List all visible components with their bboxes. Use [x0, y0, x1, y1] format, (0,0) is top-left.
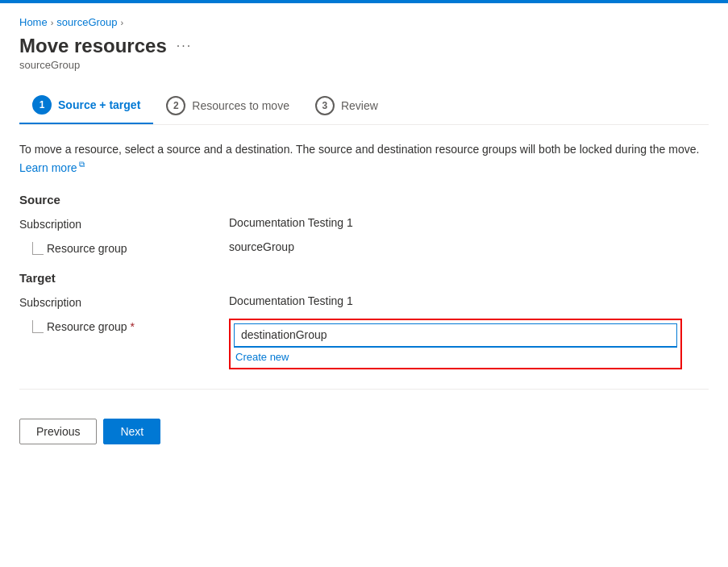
- main-content: Home › sourceGroup › Move resources ··· …: [0, 3, 728, 467]
- target-subscription-row: Subscription Documentation Testing 1: [19, 294, 709, 309]
- learn-more-link[interactable]: Learn more⧉: [19, 161, 85, 174]
- breadcrumb-home[interactable]: Home: [19, 16, 48, 28]
- tab-3-label: Review: [341, 99, 378, 112]
- tab-1-circle: 1: [32, 95, 52, 115]
- page-header: Move resources ···: [19, 35, 709, 57]
- breadcrumb-source-group[interactable]: sourceGroup: [56, 16, 117, 28]
- wizard-tabs: 1 Source + target 2 Resources to move 3 …: [19, 87, 709, 125]
- source-resource-group-value: sourceGroup: [229, 240, 294, 253]
- source-subscription-label: Subscription: [19, 216, 229, 231]
- page-subtitle: sourceGroup: [19, 59, 709, 71]
- target-resource-group-input-wrapper: Create new ⌄: [229, 319, 682, 369]
- tab-resources-to-move[interactable]: 2 Resources to move: [153, 88, 302, 123]
- target-resource-group-label: Resource group *: [47, 320, 135, 333]
- source-resource-group-label-wrapper: Resource group: [19, 240, 229, 255]
- tab-3-circle: 3: [315, 96, 335, 115]
- previous-button[interactable]: Previous: [19, 419, 97, 444]
- target-subscription-label: Subscription: [19, 294, 229, 309]
- source-section-title: Source: [19, 193, 709, 206]
- indent-corner-source: [32, 242, 44, 255]
- external-link-icon: ⧉: [79, 160, 85, 169]
- footer-divider: [19, 389, 709, 390]
- required-asterisk: *: [131, 320, 135, 333]
- tab-review[interactable]: 3 Review: [302, 88, 391, 123]
- tab-2-circle: 2: [166, 96, 185, 115]
- chevron-icon-1: ›: [51, 18, 54, 27]
- info-description: To move a resource, select a source and …: [19, 143, 699, 156]
- target-section-title: Target: [19, 271, 709, 285]
- highlighted-dropdown-box: Create new: [229, 319, 682, 369]
- breadcrumb: Home › sourceGroup ›: [19, 16, 709, 28]
- source-subscription-row: Subscription Documentation Testing 1: [19, 216, 709, 231]
- indent-corner-target: [32, 320, 44, 333]
- tab-source-target[interactable]: 1 Source + target: [19, 87, 153, 124]
- chevron-icon-2: ›: [121, 18, 124, 27]
- resource-group-dropdown-container: [234, 323, 677, 348]
- tab-1-label: Source + target: [58, 98, 140, 111]
- create-new-link[interactable]: Create new: [234, 348, 677, 365]
- next-button[interactable]: Next: [103, 419, 160, 444]
- footer-buttons: Previous Next: [19, 409, 709, 454]
- tab-2-label: Resources to move: [192, 99, 289, 112]
- target-resource-group-label-wrapper: Resource group *: [19, 319, 229, 333]
- info-text: To move a resource, select a source and …: [19, 141, 709, 177]
- source-subscription-value: Documentation Testing 1: [229, 216, 353, 229]
- page-title: Move resources: [19, 35, 167, 57]
- target-subscription-value: Documentation Testing 1: [229, 294, 353, 307]
- source-resource-group-row: Resource group sourceGroup: [19, 240, 709, 255]
- resource-group-input[interactable]: [234, 323, 677, 348]
- source-resource-group-label: Resource group: [47, 242, 127, 255]
- target-resource-group-row: Resource group * Create new ⌄: [19, 319, 709, 369]
- more-options-button[interactable]: ···: [177, 39, 192, 53]
